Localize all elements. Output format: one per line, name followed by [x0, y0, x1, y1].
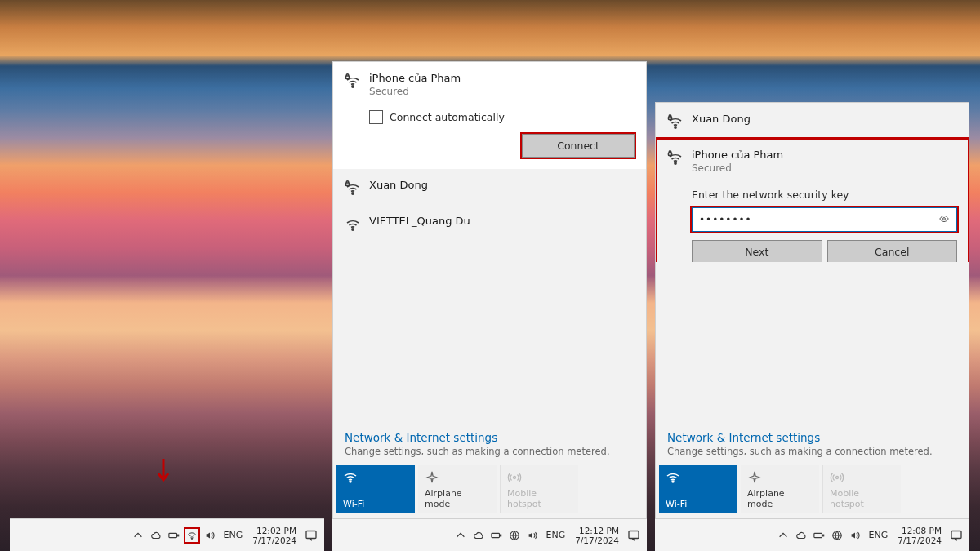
svg-rect-26	[951, 531, 961, 538]
action-center-icon[interactable]	[627, 529, 640, 542]
network-name: Xuan Dong	[692, 113, 957, 125]
checkbox-label: Connect automatically	[390, 111, 505, 123]
settings-title: Network & Internet settings	[345, 431, 635, 444]
taskbar: ENG 12:12 PM 7/17/2024	[332, 518, 647, 551]
battery-icon[interactable]	[813, 529, 826, 542]
wifi-secured-icon	[667, 150, 684, 167]
tile-wifi[interactable]: Wi-Fi	[336, 465, 415, 513]
svg-point-15	[675, 127, 676, 128]
svg-rect-16	[669, 117, 672, 120]
network-status: Secured	[692, 162, 957, 174]
password-prompt-label: Enter the network security key	[692, 189, 957, 201]
language-indicator[interactable]: ENG	[221, 530, 244, 540]
taskbar: ENG 12:02 PM 7/17/2024	[10, 518, 324, 551]
cloud-icon[interactable]	[472, 529, 485, 542]
globe-icon[interactable]	[508, 529, 521, 542]
svg-point-17	[675, 162, 676, 164]
svg-rect-23	[814, 533, 822, 537]
network-item-viettel[interactable]: VIETTEL_Quang Du	[333, 205, 646, 241]
svg-rect-14	[629, 531, 639, 538]
svg-rect-3	[306, 531, 316, 538]
network-item-iphone[interactable]: iPhone của Pham Secured	[333, 62, 646, 105]
hotspot-icon	[507, 470, 522, 485]
svg-point-8	[352, 229, 354, 230]
network-item-xuandong[interactable]: Xuan Dong	[656, 103, 969, 139]
tile-label: Mobile hotspot	[830, 488, 894, 509]
network-name: iPhone của Pham	[692, 149, 957, 161]
svg-point-2	[192, 538, 194, 540]
settings-title: Network & Internet settings	[667, 431, 957, 444]
quick-actions: Wi-Fi Airplane mode Mobile hotspot	[656, 462, 969, 518]
tile-label: Airplane mode	[747, 488, 813, 509]
chevron-up-icon[interactable]	[131, 529, 145, 542]
action-center-icon[interactable]	[305, 529, 318, 542]
action-center-icon[interactable]	[950, 529, 963, 542]
tile-label: Airplane mode	[425, 488, 490, 509]
next-button[interactable]: Next	[692, 240, 822, 262]
svg-point-9	[350, 481, 351, 482]
connect-button[interactable]: Connect	[522, 134, 635, 158]
wifi-tray-icon[interactable]	[185, 529, 198, 542]
volume-icon[interactable]	[849, 529, 862, 542]
chevron-up-icon[interactable]	[454, 529, 467, 542]
network-name: Xuan Dong	[369, 179, 635, 191]
svg-point-21	[672, 481, 674, 482]
password-input[interactable]: ••••••••	[692, 207, 957, 232]
svg-point-22	[836, 477, 839, 479]
network-settings-link[interactable]: Network & Internet settings Change setti…	[333, 421, 646, 462]
reveal-password-icon[interactable]	[938, 213, 950, 227]
settings-subtitle: Change settings, such as making a connec…	[345, 446, 635, 457]
network-item-xuandong[interactable]: Xuan Dong	[333, 169, 646, 205]
checkbox-icon	[369, 110, 383, 124]
svg-point-19	[943, 217, 946, 220]
tile-hotspot: Mobile hotspot	[822, 465, 901, 513]
globe-icon[interactable]	[831, 529, 844, 542]
battery-icon[interactable]	[167, 529, 180, 542]
wifi-flyout: Xuan Dong iPhone của Pham Secured Enter …	[655, 102, 969, 518]
volume-icon[interactable]	[526, 529, 539, 542]
language-indicator[interactable]: ENG	[866, 530, 889, 540]
network-settings-link[interactable]: Network & Internet settings Change setti…	[656, 421, 969, 462]
network-item-iphone[interactable]: iPhone của Pham Secured	[656, 139, 969, 182]
clock-date: 7/17/2024	[898, 535, 942, 545]
tile-airplane[interactable]: Airplane mode	[741, 465, 819, 513]
clock-date: 7/17/2024	[575, 535, 619, 545]
clock[interactable]: 12:08 PM 7/17/2024	[898, 526, 942, 545]
tile-label: Wi-Fi	[666, 499, 731, 509]
volume-icon[interactable]	[203, 529, 216, 542]
svg-point-4	[352, 86, 354, 87]
svg-rect-24	[823, 535, 824, 536]
annotation-highlight: iPhone của Pham Secured Enter the networ…	[656, 139, 969, 262]
clock[interactable]: 12:12 PM 7/17/2024	[575, 526, 619, 545]
cloud-icon[interactable]	[795, 529, 808, 542]
wifi-secured-icon	[667, 114, 684, 131]
language-indicator[interactable]: ENG	[544, 530, 567, 540]
svg-rect-0	[169, 533, 177, 537]
svg-rect-1	[178, 535, 179, 536]
wifi-icon	[666, 470, 680, 485]
settings-subtitle: Change settings, such as making a connec…	[667, 446, 957, 457]
wifi-icon	[343, 470, 358, 485]
hotspot-icon	[830, 470, 844, 485]
network-name: VIETTEL_Quang Du	[369, 215, 635, 227]
svg-point-6	[352, 193, 354, 194]
tile-airplane[interactable]: Airplane mode	[418, 465, 497, 513]
network-name: iPhone của Pham	[369, 72, 635, 84]
taskbar: ENG 12:08 PM 7/17/2024	[655, 518, 969, 551]
chevron-up-icon[interactable]	[777, 529, 790, 542]
connect-automatically-checkbox[interactable]: Connect automatically	[333, 105, 646, 131]
cloud-icon[interactable]	[149, 529, 163, 542]
cancel-button[interactable]: Cancel	[827, 240, 958, 262]
airplane-icon	[747, 470, 762, 485]
password-value: ••••••••	[699, 214, 752, 225]
svg-rect-5	[346, 76, 350, 79]
clock-time: 12:08 PM	[898, 526, 942, 535]
annotation-arrow	[155, 457, 172, 487]
battery-icon[interactable]	[490, 529, 503, 542]
wifi-flyout: iPhone của Pham Secured Connect automati…	[332, 61, 647, 518]
tile-wifi[interactable]: Wi-Fi	[659, 465, 737, 513]
tile-label: Wi-Fi	[343, 499, 408, 509]
network-status: Secured	[369, 86, 635, 97]
svg-rect-11	[492, 533, 500, 537]
clock[interactable]: 12:02 PM 7/17/2024	[252, 526, 296, 545]
